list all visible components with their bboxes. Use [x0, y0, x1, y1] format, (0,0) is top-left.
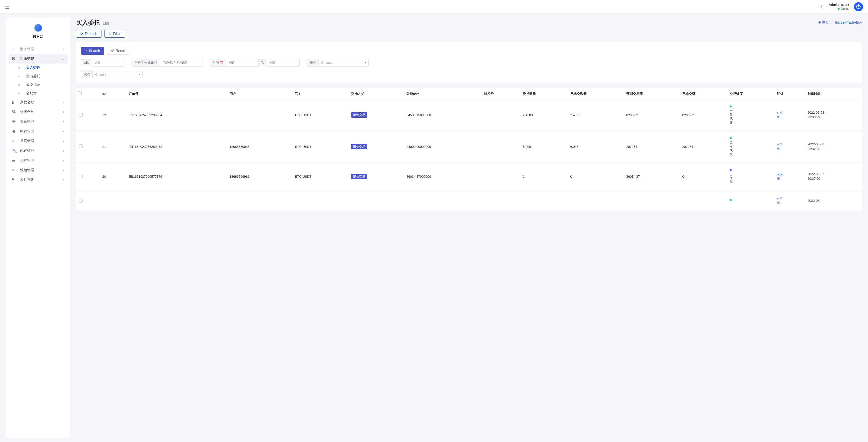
- cell-done-amt: 0: [680, 163, 727, 191]
- nav-item-trade-record[interactable]: ○成交记录: [14, 80, 68, 89]
- logo: NFC: [8, 22, 68, 44]
- cell-method: 限价交易: [349, 100, 404, 131]
- dark-mode-icon[interactable]: ☾: [820, 4, 824, 9]
- status-dot-icon: [730, 137, 732, 139]
- col-trigger[interactable]: 触发价: [482, 88, 520, 100]
- logo-icon: [34, 24, 42, 32]
- cell-pair: BTC/USDT: [292, 131, 349, 162]
- status-select[interactable]: Choose: [92, 71, 143, 78]
- wrench-icon: 🔧: [12, 148, 17, 153]
- cell-method: 限价交易: [349, 131, 404, 162]
- row-checkbox[interactable]: [79, 144, 83, 148]
- nav-item-wallet[interactable]: ○钱包管理‹: [8, 165, 68, 175]
- pair-select[interactable]: Choose: [318, 59, 369, 67]
- topbar: ☰ ☾ Administrator Online ⏻: [0, 0, 868, 13]
- nav-item-purchase[interactable]: ⊕申购管理‹: [8, 127, 68, 136]
- col-progress[interactable]: 交易进度: [727, 88, 775, 100]
- cell-order: EB1652023976250372: [126, 131, 227, 162]
- cell-time: 2022-05-0823:33:29: [805, 100, 862, 131]
- topbar-right: ☾ Administrator Online ⏻: [820, 2, 863, 11]
- col-method[interactable]: 委托方式: [349, 88, 404, 100]
- status-dot-icon: [730, 199, 732, 201]
- nav-item-perpetual[interactable]: %永续合约‹: [8, 107, 68, 117]
- sort-ascending-icon: ↑: [106, 93, 107, 95]
- detail-link[interactable]: 明细: [777, 111, 783, 119]
- cell-expected: 36034.37: [624, 163, 680, 191]
- row-checkbox[interactable]: [79, 174, 83, 178]
- table: ID↑ 订单号 用户 币对 委托方式 委托价格 触发价 委托数量 已成交数量 预…: [76, 88, 862, 211]
- col-user[interactable]: 用户: [227, 88, 292, 100]
- reset-button[interactable]: ↺Reset: [107, 47, 129, 55]
- cell-method: 限价交易: [349, 163, 404, 191]
- time-from-input[interactable]: [226, 59, 259, 67]
- bold-icon: B: [12, 57, 17, 61]
- user-input[interactable]: [160, 59, 203, 67]
- cell-done-qty: [568, 191, 624, 211]
- nav-item-trade-pair[interactable]: ○交易对: [14, 89, 68, 98]
- nav-item-coin-trade[interactable]: B 币币交易 ⌄: [8, 54, 68, 64]
- uid-input[interactable]: [92, 59, 124, 67]
- filter-time: 时间 📅 To: [210, 59, 300, 67]
- cell-qty: 2.4383: [520, 100, 568, 131]
- cell-status: 全部成交: [727, 131, 775, 162]
- col-price[interactable]: 委托价格: [404, 88, 482, 100]
- detail-link[interactable]: 明细: [777, 173, 783, 180]
- nav-item-homepage[interactable]: ≡首页管理‹: [8, 136, 68, 146]
- search-button[interactable]: ⌕Search: [81, 47, 104, 55]
- breadcrumb-home[interactable]: 主页: [822, 20, 829, 24]
- cell-detail: 明细: [775, 131, 805, 162]
- nav-item-stake[interactable]: ¥质押挖矿‹: [8, 175, 68, 184]
- status-dot-icon: [730, 105, 732, 107]
- menu-toggle-icon[interactable]: ☰: [5, 4, 9, 10]
- refresh-button[interactable]: ⟳Refresh: [76, 30, 101, 38]
- nav-item-risk[interactable]: ☲风控管理‹: [8, 156, 68, 165]
- cell-status: 已撤单: [727, 163, 775, 191]
- nav-item-option-trade[interactable]: ₿期权交易‹: [8, 98, 68, 107]
- nav-item-config[interactable]: 🔧配置管理‹: [8, 146, 68, 156]
- user-info[interactable]: Administrator Online: [829, 2, 849, 11]
- select-all-checkbox[interactable]: [78, 91, 82, 95]
- power-icon[interactable]: ⏻: [854, 2, 863, 11]
- breadcrumb-current[interactable]: Inside-Trade-Buy: [835, 20, 862, 24]
- col-pair[interactable]: 币对: [292, 88, 349, 100]
- main: 买入委托 List ⚙ 主页 / Inside-Trade-Buy ⟳Refre…: [70, 13, 868, 442]
- col-expected[interactable]: 预期交易额: [624, 88, 680, 100]
- cell-user: [227, 191, 292, 211]
- globe-icon: ⊕: [12, 129, 17, 134]
- sidebar: NFC ⌄ 财务管理 ‹ B 币币交易 ⌄ ○买入委托 ○卖出委托 ○成交记录 …: [6, 18, 70, 438]
- filter-uid: UID: [81, 59, 124, 67]
- chevron-left-icon: ‹: [63, 178, 64, 181]
- time-to-input[interactable]: [267, 59, 300, 67]
- nav-item-finance[interactable]: ⌄ 财务管理 ‹: [8, 44, 68, 54]
- col-done-amt[interactable]: 已成交额: [680, 88, 727, 100]
- cell-user: [227, 100, 292, 131]
- filter-button[interactable]: ▽Filter: [104, 30, 125, 38]
- news-icon: ☰: [12, 119, 17, 124]
- chevron-left-icon: ‹: [63, 101, 64, 104]
- cell-price: [404, 191, 482, 211]
- cell-trigger: [482, 163, 520, 191]
- detail-link[interactable]: 明细: [777, 143, 783, 150]
- nav-item-buy-order[interactable]: ○买入委托: [14, 64, 68, 72]
- user-status: Online: [829, 7, 849, 11]
- nav-item-sell-order[interactable]: ○卖出委托: [14, 72, 68, 80]
- filter-user: 用户名/手机/邮箱: [132, 59, 203, 67]
- detail-link[interactable]: 明细: [777, 197, 783, 205]
- cell-price: 34000.00000000: [404, 131, 482, 162]
- col-detail[interactable]: 明细: [775, 88, 805, 100]
- col-order[interactable]: 订单号: [126, 88, 227, 100]
- cell-expected: [624, 191, 680, 211]
- row-checkbox[interactable]: [79, 113, 83, 117]
- logo-text: NFC: [8, 34, 68, 39]
- cell-time: 2022-05-0720:37:00: [805, 163, 862, 191]
- row-checkbox[interactable]: [79, 199, 83, 203]
- table-header-row: ID↑ 订单号 用户 币对 委托方式 委托价格 触发价 委托数量 已成交数量 预…: [76, 88, 862, 100]
- col-created[interactable]: 创建时间: [805, 88, 862, 100]
- col-id[interactable]: ID↑: [100, 88, 126, 100]
- nav-item-article[interactable]: ☰文章管理‹: [8, 117, 68, 127]
- filter-status: 状态 Choose: [81, 71, 143, 78]
- col-qty[interactable]: 委托数量: [520, 88, 568, 100]
- col-done-qty[interactable]: 已成交数量: [568, 88, 624, 100]
- cell-trigger: [482, 100, 520, 131]
- breadcrumb: ⚙ 主页 / Inside-Trade-Buy: [818, 20, 862, 25]
